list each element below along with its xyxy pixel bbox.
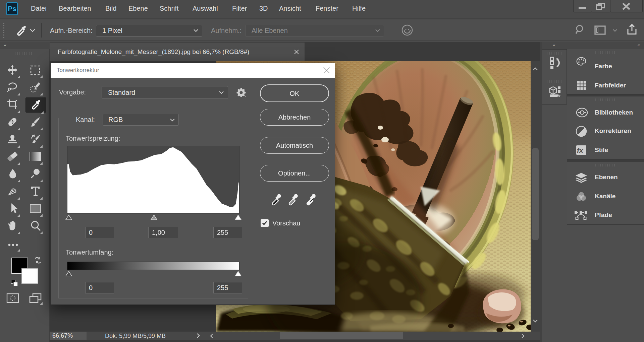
svg-text:fx: fx	[577, 146, 584, 154]
